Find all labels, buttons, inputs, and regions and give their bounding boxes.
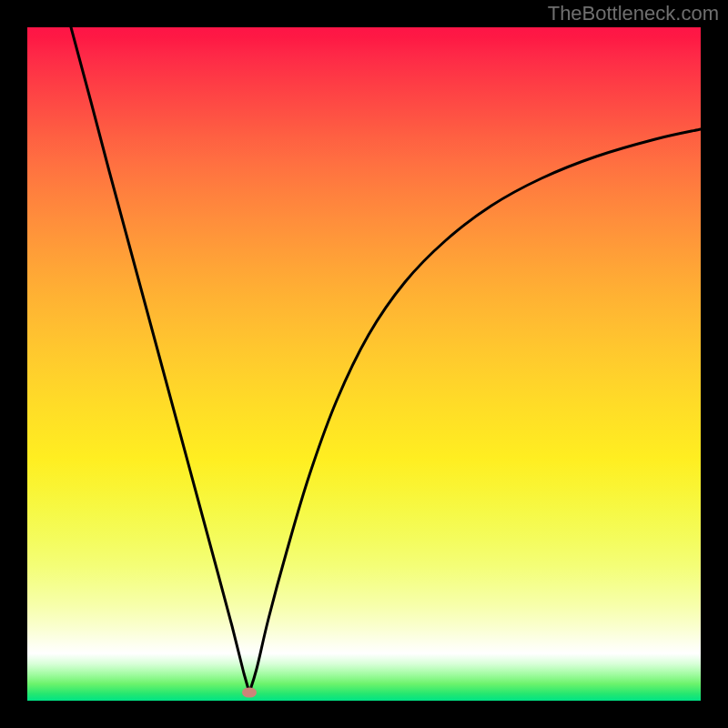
bottleneck-curve [27, 27, 701, 701]
minimum-marker [242, 688, 257, 698]
chart-frame: TheBottleneck.com [0, 0, 728, 728]
plot-area [27, 27, 701, 701]
watermark-label: TheBottleneck.com [548, 2, 719, 25]
